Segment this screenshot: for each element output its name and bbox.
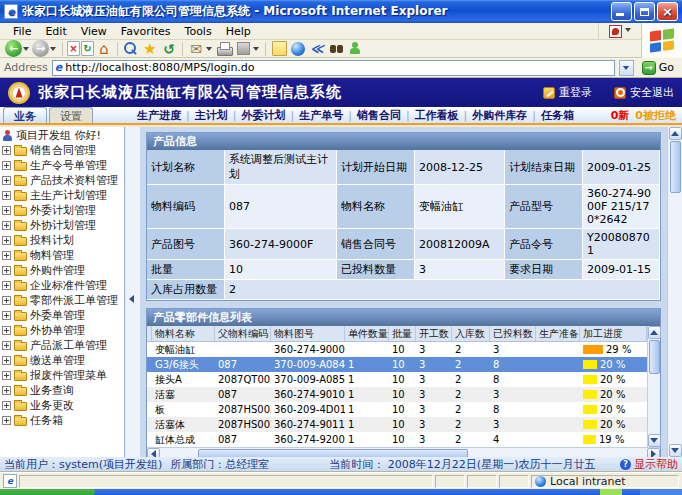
menu-file[interactable]: File [6, 25, 38, 38]
column-header[interactable]: 开工数 [416, 326, 452, 341]
parts-row[interactable]: 活塞体2087HS002360-274-9011W11032320 % [147, 417, 647, 432]
maximize-button[interactable] [634, 2, 655, 21]
parts-vscroll-thumb[interactable] [649, 340, 660, 374]
nav-4[interactable]: 生产单号 [294, 108, 348, 123]
scroll-left-icon[interactable] [147, 448, 160, 458]
sidebar-item[interactable]: 企业标准件管理 [2, 278, 124, 293]
logout-link[interactable]: 安全退出 [614, 85, 674, 100]
parts-vscrollbar[interactable] [647, 326, 660, 447]
column-header[interactable]: 已投料数 [490, 326, 536, 341]
column-header[interactable]: 生产准备 [536, 326, 580, 341]
browser-icon[interactable] [289, 40, 307, 57]
parts-row[interactable]: 变幅油缸360-274-9000F1032329 % [147, 342, 647, 357]
forward-icon[interactable]: → [32, 40, 49, 57]
column-header[interactable]: 物料图号 [271, 326, 345, 341]
sidebar-item[interactable]: 外购件管理 [2, 263, 124, 278]
flashget-icon[interactable]: ≪ [308, 40, 326, 57]
notes-icon[interactable] [270, 40, 288, 57]
expand-icon[interactable] [2, 161, 11, 170]
content-vscroll-thumb[interactable] [670, 141, 681, 193]
sidebar-item[interactable]: 外委单管理 [2, 308, 124, 323]
sidebar-item[interactable]: 物料管理 [2, 248, 124, 263]
sidebar-item[interactable]: 零部件派工单管理 [2, 293, 124, 308]
expand-icon[interactable] [2, 386, 11, 395]
sidebar-item[interactable]: 外委计划管理 [2, 203, 124, 218]
sidebar-item[interactable]: 缴送单管理 [2, 353, 124, 368]
back-dropdown-icon[interactable] [23, 47, 29, 54]
expand-icon[interactable] [2, 206, 11, 215]
expand-icon[interactable] [2, 281, 11, 290]
sidebar-item[interactable]: 外协单管理 [2, 323, 124, 338]
home-icon[interactable]: ⌂ [95, 40, 113, 57]
edit-dropdown-icon[interactable] [253, 47, 259, 54]
nav-2[interactable]: 主计划 [190, 108, 233, 123]
sidebar-item[interactable]: 报废件管理菜单 [2, 368, 124, 383]
column-header[interactable]: 单件数量 [345, 326, 389, 341]
scroll-right-icon[interactable] [647, 448, 660, 458]
nav-8[interactable]: 任务箱 [536, 108, 579, 123]
sidebar-splitter[interactable] [126, 127, 140, 457]
sidebar-item[interactable]: 业务查询 [2, 383, 124, 398]
menu-view[interactable]: View [74, 25, 114, 38]
address-dropdown-button[interactable] [619, 60, 634, 76]
expand-icon[interactable] [2, 341, 11, 350]
find-icon[interactable] [327, 40, 345, 57]
menu-tools[interactable]: Tools [178, 25, 219, 38]
print-icon[interactable] [215, 40, 233, 57]
stop-icon[interactable]: × [67, 41, 80, 56]
pdf-toolbar-icon[interactable] [609, 25, 622, 38]
expand-icon[interactable] [2, 146, 11, 155]
expand-icon[interactable] [2, 236, 11, 245]
column-header[interactable]: 批量 [389, 326, 416, 341]
parts-row[interactable]: 板2087HS002360-209-4D01011032820 % [147, 402, 647, 417]
parts-row[interactable]: G3/6接头087370-009-A084011032820 % [147, 357, 647, 372]
sidebar-item[interactable]: 业务更改 [2, 398, 124, 413]
tab-settings[interactable]: 设置 [49, 107, 93, 123]
column-header[interactable]: 入库数 [452, 326, 490, 341]
expand-icon[interactable] [2, 266, 11, 275]
scroll-down-icon[interactable] [648, 434, 661, 447]
sidebar-item[interactable]: 产品技术资料管理 [2, 173, 124, 188]
sidebar-item[interactable]: 投料计划 [2, 233, 124, 248]
minimize-button[interactable] [611, 2, 632, 21]
sidebar-item[interactable]: 主生产计划管理 [2, 188, 124, 203]
nav-5[interactable]: 销售合同 [352, 108, 406, 123]
expand-icon[interactable] [2, 416, 11, 425]
collapse-sidebar-icon[interactable] [125, 295, 134, 303]
go-button[interactable]: → Go [638, 61, 678, 75]
column-header[interactable]: 父物料编码 [215, 326, 271, 341]
pdf-dropdown-icon[interactable] [625, 28, 631, 35]
expand-icon[interactable] [2, 356, 11, 365]
close-button[interactable]: × [657, 2, 678, 21]
expand-icon[interactable] [2, 326, 11, 335]
nav-7[interactable]: 外购件库存 [467, 108, 532, 123]
content-vscrollbar[interactable] [667, 127, 682, 457]
sidebar-item[interactable]: 销售合同管理 [2, 143, 124, 158]
refresh-icon[interactable]: ↻ [81, 41, 94, 56]
start-button[interactable] [0, 489, 95, 495]
sidebar-item[interactable]: 外协计划管理 [2, 218, 124, 233]
expand-icon[interactable] [2, 401, 11, 410]
column-header[interactable]: 加工进度 [580, 326, 647, 341]
expand-icon[interactable] [2, 296, 11, 305]
menu-help[interactable]: Help [219, 25, 258, 38]
parts-row[interactable]: 接头A2087QT002370-009-A085011032820 % [147, 372, 647, 387]
relogin-link[interactable]: 重登录 [543, 85, 592, 100]
expand-icon[interactable] [2, 251, 11, 260]
parts-row[interactable]: 缸体总成087360-274-9200F11032419 % [147, 432, 647, 447]
sidebar-item[interactable]: 任务箱 [2, 413, 124, 428]
menu-favorites[interactable]: Favorites [114, 25, 178, 38]
expand-icon[interactable] [2, 371, 11, 380]
favorites-icon[interactable]: ★ [141, 40, 159, 57]
parts-row[interactable]: 活塞087360-274-9010F11032320 % [147, 387, 647, 402]
back-icon[interactable]: ← [5, 40, 22, 57]
sidebar-item[interactable]: 产品派工单管理 [2, 338, 124, 353]
nav-6[interactable]: 工作看板 [410, 108, 464, 123]
history-icon[interactable]: ↺ [160, 40, 178, 57]
scroll-up-icon[interactable] [648, 326, 661, 339]
mail-dropdown-icon[interactable] [206, 47, 212, 54]
column-header[interactable]: 物料名称 [152, 326, 215, 341]
edit-icon[interactable] [234, 40, 252, 57]
scroll-up-icon[interactable] [669, 127, 682, 140]
messenger-icon[interactable] [346, 40, 364, 57]
